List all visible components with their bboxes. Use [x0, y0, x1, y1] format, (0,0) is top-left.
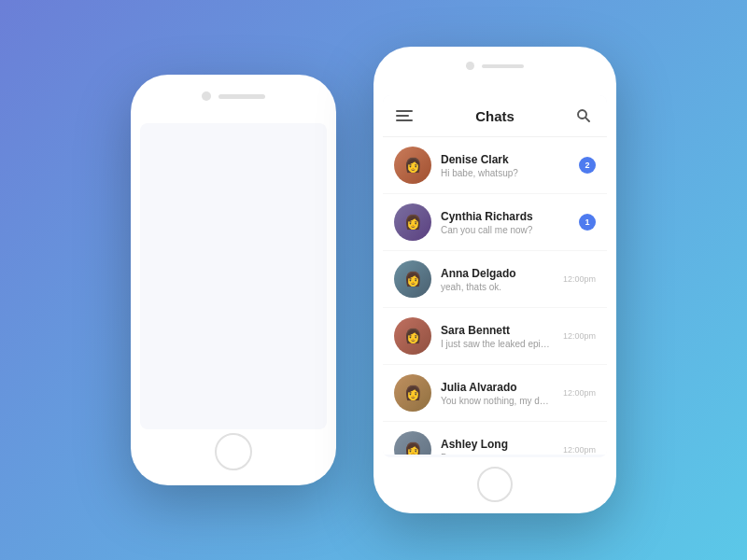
chat-meta: 12:00pm	[563, 445, 596, 455]
chat-meta: 1	[579, 214, 596, 231]
chat-item[interactable]: 👩 Ashley Long Dracarys. 12:00pm	[383, 422, 607, 455]
left-home-button[interactable]	[215, 433, 252, 470]
chat-header: Chats	[383, 95, 607, 137]
right-phone-screen: Chats 👩 Denise Clark Hi babe, whatsup? 2	[383, 95, 607, 457]
chat-time: 12:00pm	[563, 274, 596, 284]
avatar: 👩	[394, 317, 431, 355]
chat-item[interactable]: 👩 Sara Bennett I just saw the leaked epi…	[383, 308, 607, 365]
right-phone-speaker	[466, 62, 524, 70]
chat-info: Julia Alvarado You know nothing, my dear…	[441, 381, 554, 406]
chat-meta: 2	[579, 157, 596, 174]
chat-preview: Can you call me now?	[441, 225, 570, 235]
chat-list: 👩 Denise Clark Hi babe, whatsup? 2 👩 Cyn…	[383, 137, 607, 455]
chat-preview: yeah, thats ok.	[441, 282, 554, 292]
avatar: 👩	[394, 147, 431, 184]
right-speaker	[482, 64, 524, 68]
chat-name: Sara Bennett	[441, 324, 554, 337]
chat-preview: Hi babe, whatsup?	[441, 168, 570, 178]
left-phone	[131, 75, 336, 485]
chat-meta: 12:00pm	[563, 331, 596, 341]
chat-item[interactable]: 👩 Cynthia Richards Can you call me now? …	[383, 194, 607, 251]
avatar: 👩	[394, 374, 431, 412]
svg-line-1	[585, 118, 589, 121]
left-speaker	[218, 94, 265, 99]
chat-preview: I just saw the leaked episode of...	[441, 339, 554, 349]
menu-icon[interactable]	[396, 106, 415, 125]
avatar: 👩	[394, 431, 431, 455]
right-home-button[interactable]	[477, 467, 513, 502]
chat-item[interactable]: 👩 Anna Delgado yeah, thats ok. 12:00pm	[383, 251, 607, 308]
chat-item[interactable]: 👩 Denise Clark Hi babe, whatsup? 2	[383, 137, 607, 194]
chat-info: Denise Clark Hi babe, whatsup?	[441, 153, 570, 178]
chat-preview: Dracarys.	[441, 453, 554, 455]
chat-preview: You know nothing, my dear.	[441, 396, 554, 406]
chat-info: Ashley Long Dracarys.	[441, 438, 554, 455]
chat-meta: 12:00pm	[563, 388, 596, 398]
chat-info: Sara Bennett I just saw the leaked episo…	[441, 324, 554, 349]
chat-name: Denise Clark	[441, 153, 570, 166]
right-phone: Chats 👩 Denise Clark Hi babe, whatsup? 2	[374, 47, 616, 513]
chat-time: 12:00pm	[563, 331, 596, 341]
phones-container: Chats 👩 Denise Clark Hi babe, whatsup? 2	[131, 47, 616, 513]
avatar: 👩	[394, 260, 431, 298]
left-phone-screen	[140, 123, 327, 429]
chat-name: Julia Alvarado	[441, 381, 554, 394]
right-camera	[466, 62, 474, 70]
avatar: 👩	[394, 203, 431, 241]
chat-info: Cynthia Richards Can you call me now?	[441, 210, 570, 235]
chat-badge: 2	[579, 157, 596, 174]
left-camera	[202, 91, 211, 101]
chat-name: Anna Delgado	[441, 267, 554, 280]
chat-time: 12:00pm	[563, 445, 596, 455]
search-icon[interactable]	[575, 106, 594, 125]
header-title: Chats	[415, 108, 575, 124]
left-phone-speaker	[202, 91, 265, 101]
chat-info: Anna Delgado yeah, thats ok.	[441, 267, 554, 292]
chat-time: 12:00pm	[563, 388, 596, 398]
chat-badge: 1	[579, 214, 596, 231]
chat-meta: 12:00pm	[563, 274, 596, 284]
chat-name: Cynthia Richards	[441, 210, 570, 223]
chat-name: Ashley Long	[441, 438, 554, 451]
chat-item[interactable]: 👩 Julia Alvarado You know nothing, my de…	[383, 365, 607, 422]
